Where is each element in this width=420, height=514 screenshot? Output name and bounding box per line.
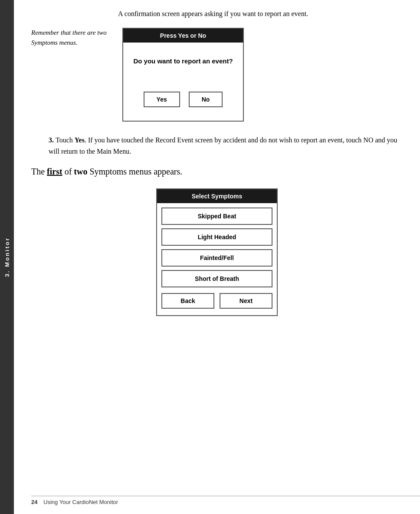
next-button[interactable]: Next — [220, 293, 272, 309]
step-3-text: 3. Touch Yes. If you have touched the Re… — [49, 135, 403, 157]
light-headed-button[interactable]: Light Headed — [161, 228, 272, 246]
confirmation-buttons: Yes No — [130, 92, 236, 107]
symptoms-screen: Select Symptoms Skipped Beat Light Heade… — [156, 188, 278, 316]
confirmation-screen-body: Do you want to report an event? Yes No — [123, 43, 243, 121]
symptoms-intro-two: two — [74, 167, 87, 176]
fainted-fell-button[interactable]: Fainted/Fell — [161, 249, 272, 267]
confirmation-screen: Press Yes or No Do you want to report an… — [122, 28, 244, 122]
chapter-tab-label: 3. Monitor — [4, 237, 10, 277]
step-number: 3. — [49, 136, 56, 144]
symptoms-intro-post: Symptoms menus appears. — [87, 167, 182, 176]
step-3-continuation: . If you have touched the Record Event s… — [49, 136, 397, 155]
back-button[interactable]: Back — [161, 293, 214, 309]
symptoms-intro-text: The first of two Symptoms menus appears. — [31, 165, 403, 178]
confirmation-body-text: Do you want to report an event? — [133, 56, 233, 66]
side-note: Remember that there are two Symptoms men… — [31, 28, 114, 122]
chapter-tab: 3. Monitor — [0, 0, 14, 514]
no-button[interactable]: No — [189, 92, 223, 107]
main-content: A confirmation screen appears asking if … — [14, 0, 420, 514]
symptoms-screen-wrapper: Select Symptoms Skipped Beat Light Heade… — [31, 188, 403, 316]
short-of-breath-button[interactable]: Short of Breath — [161, 270, 272, 287]
symptoms-screen-body: Skipped Beat Light Headed Fainted/Fell S… — [157, 203, 277, 315]
footer-page-number: 24 — [31, 499, 37, 505]
intro-text: A confirmation screen appears asking if … — [118, 9, 403, 19]
symptoms-intro-pre: The — [31, 167, 47, 176]
footer-text: Using Your CardioNet Monitor — [43, 499, 118, 505]
yes-button[interactable]: Yes — [144, 92, 180, 107]
symptoms-intro-mid: of — [62, 167, 74, 176]
skipped-beat-button[interactable]: Skipped Beat — [161, 208, 272, 225]
footer: 24 Using Your CardioNet Monitor — [31, 496, 420, 505]
symptom-nav-buttons: Back Next — [161, 293, 272, 309]
yes-word: Yes — [75, 136, 85, 144]
symptoms-screen-header: Select Symptoms — [157, 189, 277, 203]
confirmation-screen-header: Press Yes or No — [123, 29, 243, 43]
symptoms-intro-first: first — [47, 167, 62, 176]
confirmation-section: Remember that there are two Symptoms men… — [31, 28, 403, 122]
